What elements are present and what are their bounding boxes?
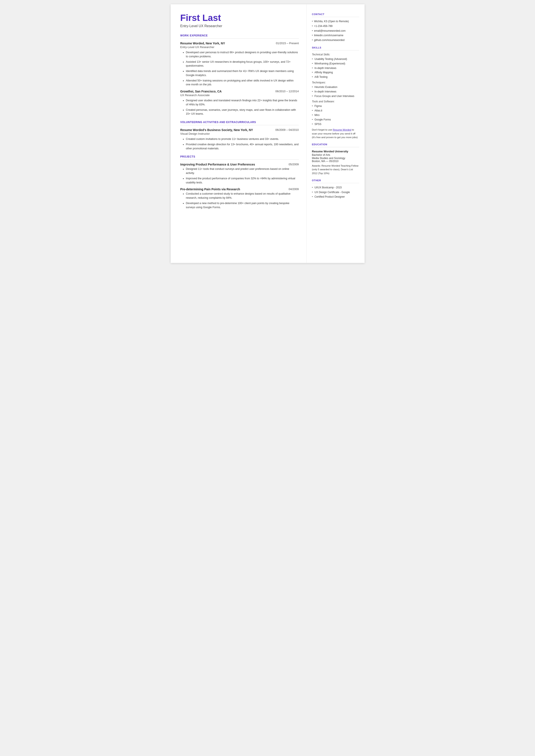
technique-3: Focus Groups and User Interviews (312, 95, 359, 98)
right-column: CONTACT Wichita, KS (Open to Remote) +1-… (306, 4, 365, 263)
volunteer-1: Resume Worded's Business Society, New Yo… (180, 128, 299, 151)
education-section: EDUCATION Resume Worded University Bache… (312, 143, 359, 175)
other-1: UI/UX Bootcamp - 2015 (312, 186, 359, 189)
work-experience-label: WORK EXPERIENCE (180, 34, 299, 37)
contact-phone: +1-234-456-789 (312, 24, 359, 28)
skill-2: Wireframing (Experienced) (312, 62, 359, 66)
volunteer-1-header: Resume Worded's Business Society, New Yo… (180, 128, 299, 132)
left-column: First Last Entry-Level UX Researcher WOR… (171, 4, 306, 263)
job-1-bullets: Developed user personas to instruct 66+ … (180, 50, 299, 87)
tool-3: Miro (312, 113, 359, 117)
job-2-date: 06/2010 – 12/2014 (275, 90, 299, 93)
edu-degree: Bachelor of Arts (312, 154, 359, 156)
subtitle: Entry-Level UX Researcher (180, 24, 299, 28)
other-list: UI/UX Bootcamp - 2015 UX Design Certific… (312, 186, 359, 199)
edu-location-date: Boston, MA — 05/2010 (312, 160, 359, 163)
project-2-bullet-2: Developed a new method to pre-determine … (183, 201, 299, 210)
name: First Last (180, 13, 299, 23)
job-1-bullet-4: Attended 50+ training sessions on protot… (183, 79, 299, 87)
contact-email: email@resumeworded.com (312, 29, 359, 33)
other-2: UX Design Certificate - Google (312, 190, 359, 194)
projects-label: PROJECTS (180, 155, 299, 158)
job-1-date: 01/2015 – Present (276, 42, 299, 45)
volunteering-divider (180, 125, 299, 125)
skill-5: A/B Testing (312, 75, 359, 79)
resume-worded-note: Don't forget to use Resume Worded to sca… (312, 128, 359, 139)
project-1-title: Improving Product Performance & User Pre… (180, 163, 255, 166)
contact-list: Wichita, KS (Open to Remote) +1-234-456-… (312, 20, 359, 42)
projects-section: PROJECTS Improving Product Performance &… (180, 155, 299, 209)
projects-divider (180, 159, 299, 160)
skill-4: Affinity Mapping (312, 71, 359, 74)
contact-github: github.com/resumeworded (312, 38, 359, 42)
education-label: EDUCATION (312, 143, 359, 146)
tool-4: Google Forms (312, 118, 359, 122)
volunteering-label: VOLUNTEERING ACTIVITIES AND EXTRACURRICU… (180, 121, 299, 124)
project-1: Improving Product Performance & User Pre… (180, 163, 299, 184)
tool-1: Figma (312, 104, 359, 108)
tools-label: Tools and Software: (312, 100, 359, 103)
volunteer-1-bullet-1: Created custom invitations to promote 11… (183, 137, 299, 141)
project-1-bullet-2: Improved the product performance of comp… (183, 177, 299, 185)
edu-school: Resume Worded University (312, 150, 359, 153)
work-divider (180, 38, 299, 39)
job-2-bullet-1: Designed user studies and translated res… (183, 98, 299, 107)
technical-skills-label: Technical Skills: (312, 53, 359, 56)
volunteer-1-bullets: Created custom invitations to promote 11… (180, 137, 299, 151)
note-prefix: Don't forget to use (312, 128, 333, 131)
edu-field: Media Studies and Sociology (312, 157, 359, 160)
project-1-date: 05/2009 (289, 163, 299, 166)
resume-page: First Last Entry-Level UX Researcher WOR… (171, 4, 365, 263)
tool-5: SPSS (312, 123, 359, 126)
contact-label: CONTACT (312, 13, 359, 15)
project-1-bullets: Designed 11+ tools that conduct surveys … (180, 167, 299, 184)
project-2-header: Pre-determining Pain Points via Research… (180, 187, 299, 191)
project-1-bullet-1: Designed 11+ tools that conduct surveys … (183, 167, 299, 175)
edu-awards: Awards: Resume Worded Teaching Fellow (o… (312, 164, 359, 175)
technique-1: Heuristic Evaluation (312, 85, 359, 89)
education-divider (312, 147, 359, 147)
contact-location: Wichita, KS (Open to Remote) (312, 20, 359, 23)
skill-3: In-depth Interviews (312, 66, 359, 70)
work-experience-section: WORK EXPERIENCE Resume Worded, New York,… (180, 34, 299, 116)
job-2-bullets: Designed user studies and translated res… (180, 98, 299, 116)
job-1-company: Resume Worded, New York, NY (180, 42, 225, 45)
volunteer-1-company: Resume Worded's Business Society, New Yo… (180, 128, 253, 132)
project-2: Pre-determining Pain Points via Research… (180, 187, 299, 209)
project-1-header: Improving Product Performance & User Pre… (180, 163, 299, 166)
skills-divider (312, 50, 359, 50)
job-1-header: Resume Worded, New York, NY 01/2015 – Pr… (180, 42, 299, 45)
job-1: Resume Worded, New York, NY 01/2015 – Pr… (180, 42, 299, 87)
job-2: Growthsi, San Francisco, CA 06/2010 – 12… (180, 90, 299, 116)
contact-section: CONTACT Wichita, KS (Open to Remote) +1-… (312, 13, 359, 42)
technical-skills-list: Usability Testing (Advanced) Wireframing… (312, 57, 359, 79)
skill-1: Usability Testing (Advanced) (312, 57, 359, 61)
job-2-title: UX Research Associate (180, 94, 299, 97)
skills-label: SKILLS (312, 46, 359, 49)
other-divider (312, 183, 359, 183)
job-1-bullet-1: Developed user personas to instruct 66+ … (183, 50, 299, 59)
techniques-label: Techniques: (312, 81, 359, 84)
job-1-bullet-2: Assisted 13+ senior UX researchers in de… (183, 60, 299, 68)
project-2-bullet-1: Conducted a customer-centred study to en… (183, 192, 299, 200)
job-1-title: Entry-Level UX Researcher (180, 45, 299, 49)
job-2-bullet-2: Created personas, scenarios, user journe… (183, 108, 299, 116)
volunteer-1-title: Visual Design Instructor (180, 132, 299, 135)
project-2-bullets: Conducted a customer-centred study to en… (180, 192, 299, 209)
technique-2: In-depth Interviews (312, 90, 359, 94)
other-section: OTHER UI/UX Bootcamp - 2015 UX Design Ce… (312, 179, 359, 199)
techniques-list: Heuristic Evaluation In-depth Interviews… (312, 85, 359, 98)
volunteer-1-bullet-2: Provided creative design direction for 1… (183, 142, 299, 151)
volunteering-section: VOLUNTEERING ACTIVITIES AND EXTRACURRICU… (180, 121, 299, 151)
other-3: Certified Product Designer (312, 195, 359, 199)
project-2-title: Pre-determining Pain Points via Research (180, 187, 240, 191)
contact-linkedin: linkedin.com/in/username (312, 34, 359, 37)
other-label: OTHER (312, 179, 359, 182)
tools-list: Figma Atlas.ti Miro Google Forms SPSS (312, 104, 359, 126)
tool-2: Atlas.ti (312, 109, 359, 113)
job-2-company: Growthsi, San Francisco, CA (180, 90, 222, 93)
resume-worded-link[interactable]: Resume Worded (333, 128, 351, 131)
skills-section: SKILLS Technical Skills: Usability Testi… (312, 46, 359, 139)
contact-divider (312, 17, 359, 17)
project-2-date: 04/2009 (289, 187, 299, 191)
